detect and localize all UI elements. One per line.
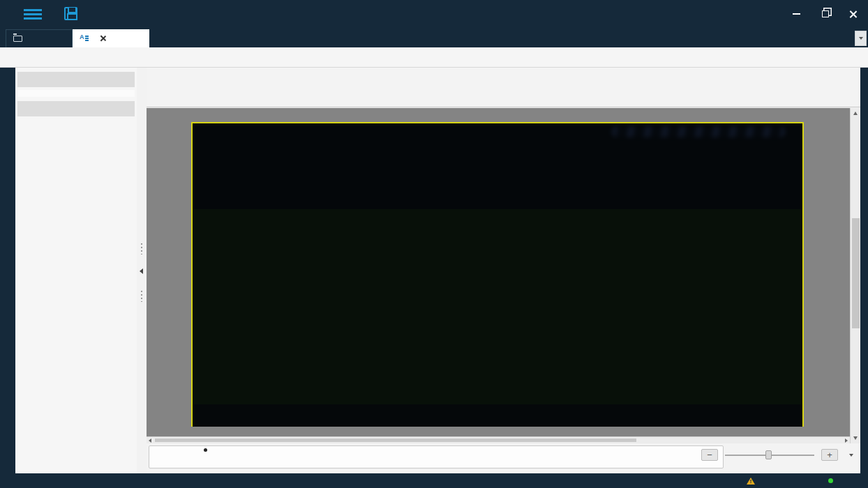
metadata-row-1 <box>155 448 717 452</box>
zoom-slider[interactable] <box>725 449 814 461</box>
plate-image[interactable] <box>191 122 804 427</box>
splitter-handle[interactable] <box>141 243 142 254</box>
tab-list-dropdown[interactable] <box>855 31 867 46</box>
horizontal-scroll-thumb[interactable] <box>155 439 636 442</box>
scroll-down-icon[interactable] <box>853 436 858 440</box>
sidebar-splitter[interactable] <box>137 68 147 473</box>
folder-icon <box>13 36 22 42</box>
tab-explorer[interactable] <box>6 29 73 47</box>
collapse-sidebar-icon[interactable] <box>140 268 143 274</box>
chevron-down-icon <box>849 454 853 457</box>
splitter-handle[interactable] <box>141 291 142 302</box>
data-type-items <box>17 90 135 97</box>
zoom-control: − + <box>701 449 853 461</box>
analysis-icon <box>80 35 89 42</box>
close-button[interactable] <box>846 7 861 21</box>
document-tab-bar <box>0 28 868 47</box>
default-warnings[interactable] <box>747 478 769 485</box>
zoom-out-button[interactable]: − <box>701 449 718 461</box>
vertical-scroll-thumb[interactable] <box>852 218 860 328</box>
restore-button[interactable] <box>818 7 833 21</box>
window-frame-right <box>860 68 868 473</box>
zoom-slider-thumb[interactable] <box>765 450 772 459</box>
plate-handwriting <box>611 126 786 137</box>
status-bar <box>0 473 868 488</box>
vertical-scrollbar[interactable] <box>850 108 860 443</box>
zoom-level[interactable] <box>845 454 853 457</box>
image-toolbar <box>147 68 860 107</box>
tab-document-equisetum[interactable] <box>73 29 149 47</box>
close-tab-icon[interactable] <box>100 35 107 42</box>
image-metadata-box <box>149 445 724 468</box>
chevron-down-icon <box>859 37 863 40</box>
window-title <box>0 0 868 28</box>
plate-area-below-origin <box>193 404 802 427</box>
data-type-header <box>17 72 135 87</box>
image-info-bar: − + <box>147 443 860 473</box>
warning-icon <box>747 478 755 485</box>
minimize-button[interactable] <box>788 7 804 21</box>
window-frame-left <box>0 68 15 473</box>
scroll-left-icon[interactable] <box>149 439 151 443</box>
overview-toggles <box>15 119 137 123</box>
scroll-up-icon[interactable] <box>853 112 858 115</box>
status-right-cluster <box>747 478 861 485</box>
overview-header <box>17 101 135 116</box>
zoom-in-button[interactable]: + <box>821 449 838 461</box>
status-server <box>825 478 833 483</box>
separator-dot <box>204 448 207 452</box>
horizontal-scrollbar[interactable] <box>147 436 850 443</box>
title-bar <box>0 0 868 28</box>
sidebar <box>15 68 137 473</box>
server-online-icon <box>828 478 833 483</box>
scroll-right-icon[interactable] <box>845 439 848 443</box>
image-viewport <box>147 108 860 443</box>
viewer-window: − + <box>0 0 868 488</box>
step-tab-row <box>0 47 868 68</box>
